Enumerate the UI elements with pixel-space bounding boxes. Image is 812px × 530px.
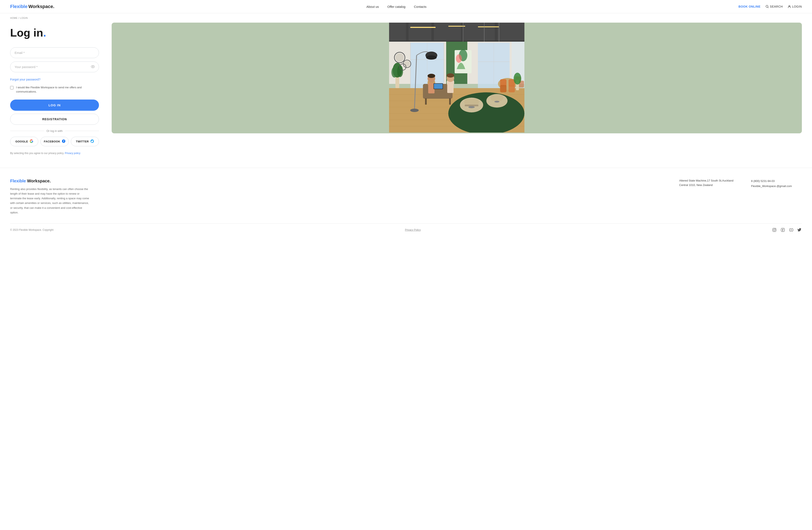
svg-rect-9 (406, 23, 408, 42)
footer-address: Altered State Machine,17 South St,Auckla… (679, 179, 738, 215)
privacy-policy-link[interactable]: Privacy policy (65, 152, 81, 155)
password-group (10, 61, 99, 72)
footer-email: Flexible_Workspace.@gmail.com (751, 183, 802, 189)
svg-point-4 (92, 66, 93, 67)
registration-button[interactable]: REGISTRATION (10, 114, 99, 125)
search-button[interactable]: SEARCH (766, 5, 783, 8)
logo[interactable]: Flexible Workspace. (10, 4, 54, 9)
nav-about[interactable]: About us (366, 5, 379, 9)
svg-point-71 (395, 53, 404, 62)
svg-point-48 (427, 74, 435, 78)
page-title: Log in. (10, 27, 99, 39)
nav-contacts[interactable]: Contacts (414, 5, 426, 9)
svg-point-88 (773, 229, 775, 231)
book-online-link[interactable]: BOOK ONLINE (738, 5, 760, 8)
footer-copyright: © 2023 Flexible Workspace. Copyright (10, 229, 54, 231)
svg-point-83 (513, 73, 521, 85)
facebook-icon (62, 139, 66, 144)
footer-logo: Flexible Workspace. (10, 179, 90, 183)
google-login-button[interactable]: GOOGLE (10, 137, 38, 146)
svg-line-1 (768, 7, 768, 8)
svg-rect-52 (447, 83, 453, 93)
svg-rect-7 (389, 23, 524, 42)
svg-point-58 (468, 106, 475, 108)
svg-rect-10 (431, 23, 434, 42)
breadcrumb: HOME / LOGIN (0, 13, 812, 23)
svg-rect-43 (425, 98, 427, 105)
svg-rect-24 (410, 43, 411, 91)
footer-contact: 8 (800) 5231-94-03 Flexible_Workspace.@g… (751, 179, 802, 215)
svg-point-86 (456, 54, 462, 63)
nav-offer-catalog[interactable]: Offer catalog (387, 5, 406, 9)
svg-rect-60 (491, 95, 503, 101)
facebook-icon[interactable] (781, 228, 785, 232)
twitter-footer-icon[interactable] (798, 228, 802, 232)
email-group (10, 47, 99, 58)
svg-rect-50 (434, 84, 443, 89)
svg-rect-57 (465, 105, 478, 106)
logo-workspace: Workspace. (28, 4, 54, 9)
workspace-image-section (112, 23, 802, 133)
svg-rect-14 (448, 26, 465, 27)
svg-rect-56 (464, 99, 479, 105)
svg-rect-78 (500, 85, 506, 92)
newsletter-label: I would like Flexible Workspace to send … (16, 85, 99, 93)
svg-point-69 (397, 65, 403, 77)
facebook-login-button[interactable]: FACEBOOK (40, 137, 69, 146)
svg-rect-13 (410, 27, 436, 28)
login-submit-button[interactable]: LOG IN (10, 100, 99, 111)
svg-point-68 (391, 67, 397, 77)
header: Flexible Workspace. About us Offer catal… (0, 0, 812, 13)
breadcrumb-home[interactable]: HOME (10, 17, 17, 19)
workspace-illustration (112, 23, 802, 132)
footer-brand: Flexible Workspace. Renting also provide… (10, 179, 90, 215)
footer-logo-workspace: Workspace. (27, 179, 51, 183)
svg-point-89 (775, 229, 775, 229)
login-button[interactable]: LOGIN (788, 5, 802, 8)
footer-bottom: © 2023 Flexible Workspace. Copyright Pri… (10, 223, 802, 232)
svg-point-65 (410, 108, 419, 112)
user-icon (788, 5, 791, 8)
breadcrumb-separator: / (18, 17, 19, 19)
form-section: Log in. Forgot your password? I would li… (10, 23, 99, 155)
logo-flexible: Flexible (10, 4, 28, 9)
privacy-notice: By selecting this you agree to our priva… (10, 151, 99, 155)
svg-point-64 (426, 55, 437, 60)
footer-logo-flexible: Flexible (10, 179, 26, 183)
twitter-icon (90, 139, 94, 144)
forgot-password-link[interactable]: Forgot your password? (10, 78, 40, 81)
svg-point-3 (91, 65, 95, 68)
instagram-icon[interactable] (772, 228, 777, 232)
svg-point-73 (404, 61, 410, 67)
header-actions: BOOK ONLINE SEARCH LOGIN (738, 5, 802, 8)
footer-description: Renting also provides flexibility, as te… (10, 187, 90, 215)
footer-spacer (103, 179, 667, 215)
password-input[interactable] (10, 61, 99, 72)
social-login-buttons: GOOGLE FACEBOOK (10, 137, 99, 146)
youtube-icon[interactable] (789, 228, 793, 232)
twitter-login-button[interactable]: TWITTER (71, 137, 99, 146)
toggle-password-icon[interactable] (91, 65, 95, 69)
main-nav: About us Offer catalog Contacts (61, 5, 731, 9)
footer-privacy-link[interactable]: Privacy Policy (405, 229, 421, 231)
newsletter-checkbox-row: I would like Flexible Workspace to send … (10, 85, 99, 93)
footer-socials (772, 228, 802, 232)
main-content: Log in. Forgot your password? I would li… (0, 23, 812, 168)
email-input[interactable] (10, 47, 99, 58)
footer-phone: 8 (800) 5231-94-03 (751, 179, 802, 183)
svg-point-54 (447, 73, 454, 77)
newsletter-checkbox[interactable] (10, 86, 14, 89)
breadcrumb-current: LOGIN (20, 17, 28, 19)
svg-rect-15 (478, 26, 499, 27)
google-icon (30, 139, 33, 144)
svg-rect-12 (495, 23, 497, 42)
svg-rect-44 (449, 98, 451, 105)
or-divider: Or log in with (10, 129, 99, 132)
footer-top: Flexible Workspace. Renting also provide… (10, 179, 802, 215)
svg-point-61 (494, 101, 499, 103)
footer: Flexible Workspace. Renting also provide… (0, 168, 812, 238)
search-icon (766, 5, 769, 8)
svg-rect-79 (509, 85, 515, 92)
